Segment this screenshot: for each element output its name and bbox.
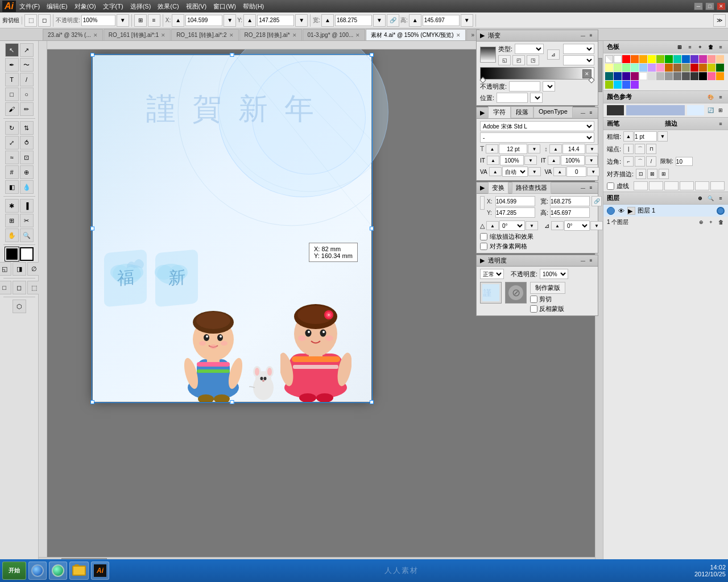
angle1-select[interactable]: 0° xyxy=(499,221,525,231)
tab-close-3[interactable]: ✕ xyxy=(292,32,297,38)
gap-input-2[interactable] xyxy=(680,181,694,190)
taskbar-illustrator[interactable]: Ai xyxy=(91,562,109,580)
text-tool[interactable]: T xyxy=(5,73,19,86)
gradient-tool[interactable]: ◧ xyxy=(5,180,19,194)
gradient-fill-btn[interactable]: ◨ xyxy=(13,262,26,276)
tab-4[interactable]: 01-3.jpg* @ 100... ✕ xyxy=(303,29,366,40)
layers-icon-1[interactable]: ⊕ xyxy=(696,194,704,202)
gradient-color-box[interactable] xyxy=(480,47,496,63)
stroke-weight-up[interactable]: ▲ xyxy=(623,131,634,142)
cap-square-btn[interactable]: ⊓ xyxy=(646,144,656,154)
gradient-opacity-input[interactable] xyxy=(509,81,540,92)
swatch-darkteal[interactable] xyxy=(605,72,613,80)
gradient-bar[interactable]: ✕ xyxy=(480,67,594,80)
swatch-blue[interactable] xyxy=(682,55,690,63)
rotate-input[interactable] xyxy=(566,167,586,177)
hscale-down[interactable]: ▼ xyxy=(524,156,537,165)
swatch-cyan[interactable] xyxy=(614,81,622,89)
taskbar-folder[interactable] xyxy=(69,562,89,580)
swatch-lightpink[interactable] xyxy=(656,64,664,72)
tab-5[interactable]: 素材 4.ai* @ 150% (CMYK/预览) ✕ xyxy=(366,29,465,40)
transparency-opacity-select[interactable]: 100% xyxy=(540,269,568,279)
slice-tool[interactable]: ✂ xyxy=(20,214,34,227)
swatch-mint[interactable] xyxy=(631,64,639,72)
mesh-tool[interactable]: # xyxy=(5,165,19,179)
menu-file[interactable]: 文件(F) xyxy=(19,2,40,11)
tab-close-4[interactable]: ✕ xyxy=(355,32,360,38)
leading-down[interactable]: ▼ xyxy=(586,144,598,153)
rect-tool[interactable]: □ xyxy=(5,88,19,101)
miter-limit-input[interactable] xyxy=(676,157,693,166)
scale-tool[interactable]: ⤢ xyxy=(5,136,19,149)
angle2-up[interactable]: ▲ xyxy=(551,221,564,230)
taskbar-globe-1[interactable] xyxy=(28,562,47,580)
swatch-gray1[interactable] xyxy=(656,72,664,80)
stroke-dash-check[interactable] xyxy=(607,182,614,190)
swatch-peach[interactable] xyxy=(716,55,724,63)
menu-effect[interactable]: 效果(C) xyxy=(158,2,179,11)
transform-x-input[interactable] xyxy=(495,196,535,206)
h-down-btn[interactable]: ▼ xyxy=(461,14,473,27)
swatch-lightgray[interactable] xyxy=(648,72,656,80)
layers-add-icon[interactable]: + xyxy=(707,218,715,226)
corner-bevel-btn[interactable]: / xyxy=(646,156,656,167)
start-button[interactable]: 开始 xyxy=(2,562,26,580)
x-up-btn[interactable]: ▲ xyxy=(172,14,184,27)
full-screen-btn[interactable]: ◻ xyxy=(13,281,26,294)
character-panel-minimize[interactable]: — xyxy=(580,110,586,117)
transform-tab-2[interactable]: 路径查找器 xyxy=(512,182,551,194)
color-ref-swatch-light[interactable] xyxy=(687,105,704,115)
x-down-btn[interactable]: ▼ xyxy=(224,14,236,27)
swatch-none[interactable] xyxy=(605,55,613,63)
swatch-tan[interactable] xyxy=(673,64,681,72)
direct-select-tool[interactable]: ↗ xyxy=(20,43,34,57)
color-ref-swatch-icon[interactable]: ⊞ xyxy=(717,106,725,114)
ellipse-tool[interactable]: ○ xyxy=(20,88,34,101)
align-inside-btn[interactable]: ⊠ xyxy=(647,169,657,179)
y-up-btn[interactable]: ▲ xyxy=(243,14,256,27)
corner-round-btn[interactable]: ⌒ xyxy=(635,156,645,167)
clip-checkbox[interactable] xyxy=(530,296,537,303)
swatch-darkorange[interactable] xyxy=(699,64,707,72)
gap-input-1[interactable] xyxy=(649,181,663,190)
transparency-panel-minimize[interactable]: — xyxy=(580,257,586,264)
curvature-tool[interactable]: 〜 xyxy=(20,58,34,72)
menu-object[interactable]: 对象(O) xyxy=(75,2,96,11)
menu-select[interactable]: 选择(S) xyxy=(130,2,151,11)
swatch-teal[interactable] xyxy=(673,55,681,63)
swatch-green[interactable] xyxy=(665,55,673,63)
gradient-stroke-btn-2[interactable]: ◰ xyxy=(512,55,525,65)
handle-br[interactable] xyxy=(370,400,374,404)
swatch-royalblue[interactable] xyxy=(622,81,630,89)
align-btn[interactable]: ⊞ xyxy=(134,14,147,27)
tab-close-1[interactable]: ✕ xyxy=(161,32,166,38)
align-outside-btn[interactable]: ⊞ xyxy=(659,169,669,179)
swatch-gray3[interactable] xyxy=(673,72,681,80)
font-family-select[interactable]: Adobe 宋体 Std L xyxy=(480,121,594,131)
gradient-opacity-select[interactable] xyxy=(543,81,555,92)
handle-mr[interactable] xyxy=(370,227,374,231)
rotate-tool[interactable]: ↻ xyxy=(5,121,19,135)
symbol-tool[interactable]: ✱ xyxy=(5,199,19,213)
handle-tl[interactable] xyxy=(90,53,94,57)
swatch-gold[interactable] xyxy=(716,72,724,80)
gradient-delete-btn[interactable]: ✕ xyxy=(582,69,592,78)
swatch-white[interactable] xyxy=(614,55,622,63)
swatch-red[interactable] xyxy=(622,55,630,63)
menu-view[interactable]: 视图(V) xyxy=(186,2,207,11)
swatch-purple[interactable] xyxy=(690,55,698,63)
color-ref-swatch-dark[interactable] xyxy=(607,105,624,115)
transparency-mode-select[interactable]: 正常 xyxy=(480,269,504,279)
rotate-down[interactable]: ▼ xyxy=(587,167,599,176)
transform-tab-1[interactable]: 变换 xyxy=(488,182,508,194)
dash-input-3[interactable] xyxy=(695,181,709,190)
swatch-violet[interactable] xyxy=(631,81,639,89)
line-tool[interactable]: / xyxy=(20,73,34,86)
h-input[interactable] xyxy=(423,15,460,26)
tab-1[interactable]: RO_161 [转换].ai*:1 ✕ xyxy=(104,29,171,40)
tab-close-5[interactable]: ✕ xyxy=(456,32,461,38)
transform-reference-point[interactable] xyxy=(480,196,485,210)
swatch-pink[interactable] xyxy=(699,55,707,63)
cap-round-btn[interactable]: ⌒ xyxy=(635,144,645,154)
corner-miter-btn[interactable]: ⌐ xyxy=(623,156,634,167)
